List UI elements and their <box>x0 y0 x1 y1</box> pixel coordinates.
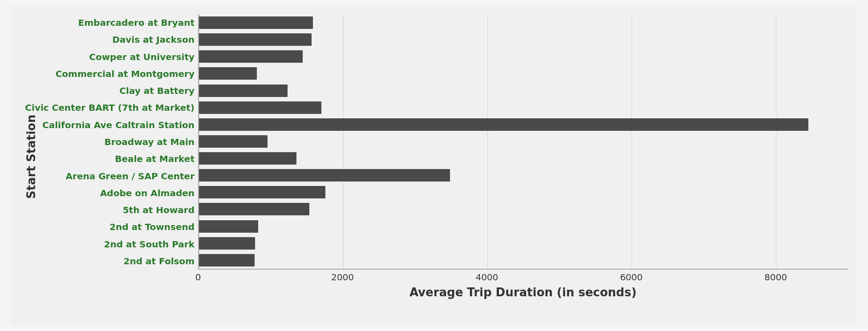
bar-row <box>199 48 848 65</box>
y-label: Embarcadero at Bryant <box>78 17 195 28</box>
y-label: 2nd at South Park <box>104 239 195 250</box>
bar-row <box>199 218 848 234</box>
y-label: Commercial at Montgomery <box>56 69 195 79</box>
bar <box>199 85 288 97</box>
bar-row <box>199 201 848 217</box>
bar <box>199 118 808 131</box>
bar <box>199 135 268 148</box>
bar-row <box>199 184 848 200</box>
bar-row <box>199 83 848 99</box>
x-tick-label: 6000 <box>620 272 643 283</box>
y-label: Beale at Market <box>115 153 195 164</box>
bar-row <box>199 32 848 48</box>
bar <box>199 220 258 233</box>
bar-row <box>199 252 848 268</box>
plot-area: Embarcadero at BryantDavis at JacksonCow… <box>38 14 848 299</box>
bar-row <box>199 15 848 31</box>
y-labels: Embarcadero at BryantDavis at JacksonCow… <box>38 14 198 270</box>
y-label: 5th at Howard <box>123 205 195 215</box>
bar-row <box>199 235 848 251</box>
bar <box>199 67 257 80</box>
x-tick-label: 2000 <box>331 272 354 283</box>
bar <box>199 186 325 198</box>
bars-grid <box>198 14 848 270</box>
bar-row <box>199 133 848 149</box>
bar <box>199 203 309 215</box>
bar <box>199 101 321 114</box>
x-tick-label: 0 <box>195 272 201 283</box>
y-label: Cowper at University <box>89 52 195 62</box>
bar <box>199 169 450 182</box>
y-label: 2nd at Folsom <box>124 256 195 266</box>
y-axis-label: Start Station <box>20 14 38 299</box>
x-tick-label: 8000 <box>764 272 787 283</box>
y-label: Broadway at Main <box>104 137 195 147</box>
chart-container: Start Station Embarcadero at BryantDavis… <box>11 5 857 326</box>
bar <box>199 33 312 46</box>
bar-row <box>199 167 848 183</box>
x-tick-labels: 02000400060008000 <box>198 270 848 283</box>
y-label: Clay at Battery <box>119 85 195 96</box>
y-label: 2nd at Townsend <box>110 222 195 232</box>
y-label: Civic Center BART (7th at Market) <box>25 102 195 113</box>
x-axis-area: 02000400060008000 Average Trip Duration … <box>198 270 848 299</box>
bar-row <box>199 100 848 116</box>
x-axis-title: Average Trip Duration (in seconds) <box>198 286 848 299</box>
bar <box>199 254 255 266</box>
y-label: Adobe on Almaden <box>100 188 195 198</box>
x-tick-label: 4000 <box>475 272 498 283</box>
bar <box>199 237 255 250</box>
bar <box>199 50 303 63</box>
bar-row <box>199 150 848 166</box>
bar-row <box>199 117 848 133</box>
y-label: California Ave Caltrain Station <box>42 120 195 130</box>
y-label: Arena Green / SAP Center <box>66 171 195 182</box>
bar-row <box>199 65 848 81</box>
bar <box>199 16 313 29</box>
bar <box>199 152 296 165</box>
bars-and-labels: Embarcadero at BryantDavis at JacksonCow… <box>38 14 848 270</box>
y-label: Davis at Jackson <box>112 34 195 45</box>
chart-area: Start Station Embarcadero at BryantDavis… <box>20 14 848 299</box>
